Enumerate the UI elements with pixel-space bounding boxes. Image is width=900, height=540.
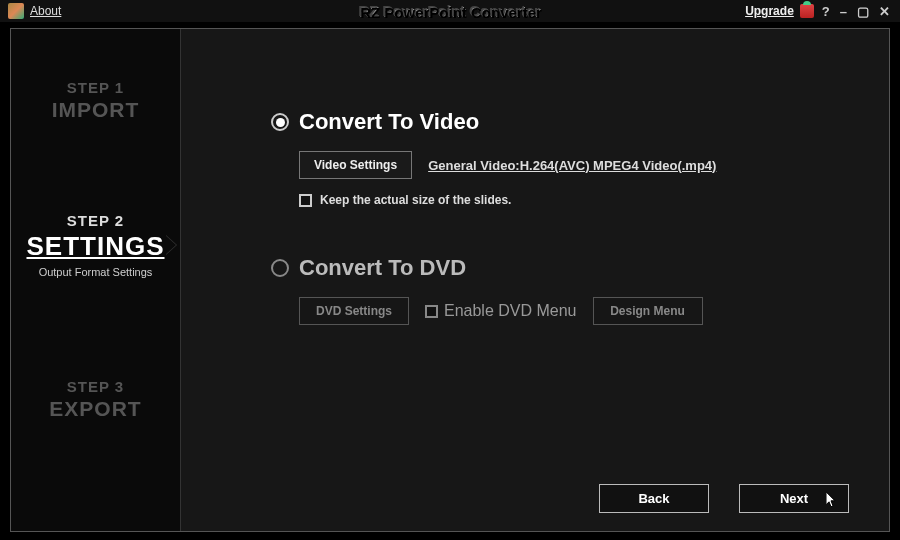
keep-size-label: Keep the actual size of the slides. (320, 193, 511, 207)
option-convert-video: Convert To Video Video Settings General … (271, 109, 849, 207)
sidebar-step-export[interactable]: STEP 3 EXPORT (49, 378, 141, 421)
sidebar-step-settings[interactable]: STEP 2 SETTINGS Output Format Settings (26, 212, 164, 278)
step2-name: SETTINGS (26, 231, 164, 262)
dvd-title: Convert To DVD (299, 255, 466, 281)
next-button[interactable]: Next (739, 484, 849, 513)
close-icon[interactable]: ✕ (877, 4, 892, 19)
checkbox-enable-dvd-menu[interactable] (425, 305, 438, 318)
content-area: Convert To Video Video Settings General … (181, 29, 889, 531)
main-frame: STEP 1 IMPORT STEP 2 SETTINGS Output For… (10, 28, 890, 532)
step1-name: IMPORT (52, 98, 140, 122)
sidebar: STEP 1 IMPORT STEP 2 SETTINGS Output For… (11, 29, 181, 531)
minimize-icon[interactable]: – (838, 4, 849, 19)
help-icon[interactable]: ? (820, 4, 832, 19)
video-format-link[interactable]: General Video:H.264(AVC) MPEG4 Video(.mp… (428, 158, 716, 173)
step3-num: STEP 3 (49, 378, 141, 395)
dvd-settings-button[interactable]: DVD Settings (299, 297, 409, 325)
active-step-indicator-icon (165, 235, 176, 255)
upgrade-link[interactable]: Upgrade (745, 4, 794, 18)
back-button[interactable]: Back (599, 484, 709, 513)
radio-convert-video[interactable]: Convert To Video (271, 109, 849, 135)
nav-buttons: Back Next (599, 484, 849, 513)
enable-dvd-menu-label: Enable DVD Menu (444, 302, 577, 320)
option-convert-dvd: Convert To DVD DVD Settings Enable DVD M… (271, 255, 849, 325)
cursor-icon (826, 491, 838, 507)
gift-icon[interactable] (800, 4, 814, 18)
about-link[interactable]: About (30, 4, 61, 18)
checkbox-keep-size[interactable] (299, 194, 312, 207)
sidebar-step-import[interactable]: STEP 1 IMPORT (52, 79, 140, 122)
step3-name: EXPORT (49, 397, 141, 421)
video-title: Convert To Video (299, 109, 479, 135)
titlebar: About RZ PowerPoint Converter Upgrade ? … (0, 0, 900, 22)
app-icon (8, 3, 24, 19)
maximize-icon[interactable]: ▢ (855, 4, 871, 19)
step2-sub: Output Format Settings (26, 266, 164, 278)
radio-icon (271, 259, 289, 277)
title-right-controls: Upgrade ? – ▢ ✕ (745, 4, 892, 19)
step2-num: STEP 2 (26, 212, 164, 229)
radio-convert-dvd[interactable]: Convert To DVD (271, 255, 849, 281)
video-settings-button[interactable]: Video Settings (299, 151, 412, 179)
radio-icon (271, 113, 289, 131)
step1-num: STEP 1 (52, 79, 140, 96)
design-menu-button[interactable]: Design Menu (593, 297, 703, 325)
